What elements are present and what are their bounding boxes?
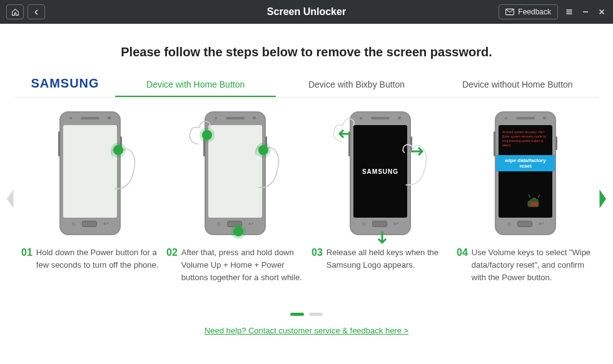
svg-point-6 <box>536 198 537 200</box>
step-2: ⎋↩ <box>166 111 304 284</box>
tabs: SAMSUNG Device with Home Button Device w… <box>15 73 598 98</box>
steps-carousel: ⎋↩ 01 Hold down the Power button fo <box>15 111 598 284</box>
step-number: 02 <box>166 246 178 284</box>
minimize-icon <box>582 8 589 16</box>
press-point-icon <box>258 145 268 155</box>
page-heading: Please follow the steps below to remove … <box>15 45 598 59</box>
arrow-right-icon <box>410 146 425 156</box>
mail-icon <box>505 8 514 16</box>
tab-home-button[interactable]: Device with Home Button <box>115 73 276 97</box>
minimize-button[interactable] <box>580 8 590 16</box>
chevron-left-icon <box>5 190 16 208</box>
titlebar-right: Feedback <box>499 4 607 19</box>
step-1: ⎋↩ 01 Hold down the Power button fo <box>21 111 159 284</box>
tab-no-home-button[interactable]: Device without Home Button <box>437 73 598 97</box>
close-button[interactable] <box>597 8 607 16</box>
menu-button[interactable] <box>564 8 574 16</box>
step-4: Android system recovery <3e> Enter syste… <box>457 111 594 284</box>
chevron-right-icon <box>597 190 608 208</box>
press-point-icon <box>113 145 123 155</box>
step-number: 03 <box>312 246 323 271</box>
svg-rect-2 <box>530 203 538 206</box>
next-step-button[interactable] <box>595 186 609 211</box>
step-description: Release all held keys when the Samsung L… <box>327 246 449 271</box>
feedback-label: Feedback <box>518 8 551 16</box>
back-button[interactable] <box>28 4 45 19</box>
recovery-text: Android system recovery <3e> Enter syste… <box>502 130 549 148</box>
wipe-data-banner: wipe data/factory reset <box>496 155 555 171</box>
svg-line-3 <box>529 195 530 198</box>
android-robot-icon <box>525 194 544 210</box>
step-number: 04 <box>457 246 468 284</box>
press-point-icon <box>202 130 212 140</box>
arrow-down-icon <box>377 230 387 245</box>
brand-logo: SAMSUNG <box>15 76 115 97</box>
svg-point-5 <box>531 198 532 200</box>
pager-dot-2[interactable] <box>309 313 323 316</box>
phone-illustration-4: Android system recovery <3e> Enter syste… <box>495 111 556 235</box>
press-point-icon <box>233 226 243 236</box>
home-button[interactable] <box>6 4 24 19</box>
menu-icon <box>565 8 574 16</box>
titlebar-left <box>6 4 45 19</box>
step-description: After that, press and hold down Volume U… <box>181 246 304 284</box>
titlebar: Screen Unlocker Feedback <box>0 0 613 24</box>
step-3: SAMSUNG ⎋↩ <box>312 111 449 284</box>
content: Please follow the steps below to remove … <box>0 24 613 336</box>
arrow-left-icon <box>337 129 352 139</box>
close-icon <box>598 8 605 16</box>
steps-row: ⎋↩ 01 Hold down the Power button fo <box>15 111 600 284</box>
svg-line-4 <box>538 195 540 198</box>
chevron-left-icon <box>33 9 40 16</box>
prev-step-button[interactable] <box>4 186 18 211</box>
tab-bixby-button[interactable]: Device with Bixby Button <box>276 73 437 97</box>
help-link[interactable]: Need help? Contact customer service & fe… <box>205 326 408 335</box>
step-description: Hold down the Power button for a few sec… <box>36 246 159 271</box>
pager-dot-1[interactable] <box>290 313 304 316</box>
feedback-button[interactable]: Feedback <box>499 4 558 19</box>
home-icon <box>11 8 19 16</box>
samsung-logo: SAMSUNG <box>362 168 398 175</box>
step-description: Use Volume keys to select "Wipe data/fac… <box>472 246 594 284</box>
step-number: 01 <box>21 246 33 271</box>
pager <box>15 313 598 316</box>
